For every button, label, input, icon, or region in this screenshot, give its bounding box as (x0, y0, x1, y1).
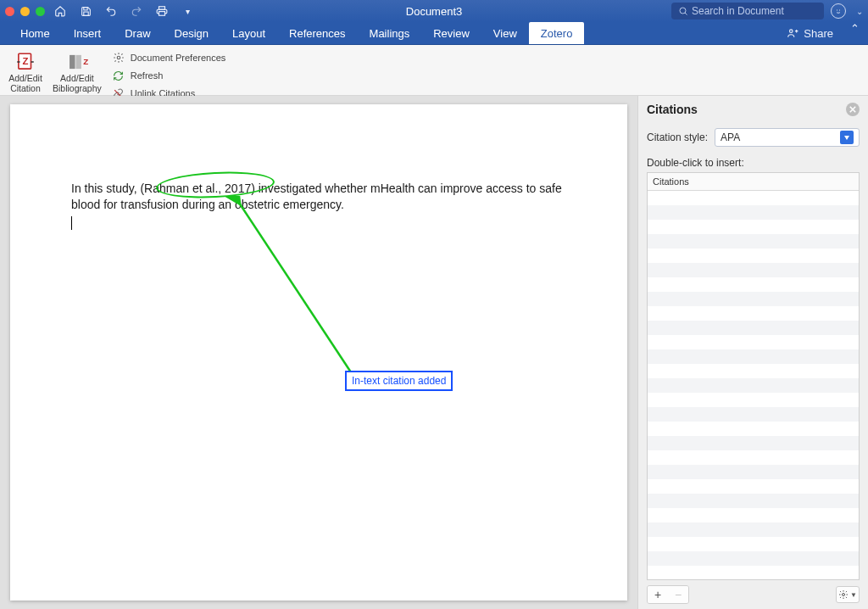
list-item[interactable] (648, 522, 859, 537)
zotero-ribbon: Z Add/Edit Citation Z Add/Edit Bibliogra… (0, 45, 868, 96)
redo-icon[interactable] (130, 4, 143, 18)
close-window-button[interactable] (5, 7, 14, 16)
save-icon[interactable] (79, 4, 92, 18)
text-cursor (71, 216, 566, 230)
list-item[interactable] (648, 321, 859, 335)
citations-list[interactable]: Citations (647, 172, 860, 580)
add-citation-button[interactable]: + (648, 586, 668, 603)
list-item[interactable] (648, 378, 859, 393)
svg-point-5 (837, 10, 837, 11)
minimize-window-button[interactable] (20, 7, 30, 16)
tab-home[interactable]: Home (8, 22, 62, 44)
refresh-icon (112, 69, 125, 82)
list-item[interactable] (648, 335, 859, 349)
svg-line-14 (239, 203, 358, 383)
chevron-down-icon: ▼ (850, 591, 857, 599)
list-header: Citations (648, 173, 859, 191)
tab-insert[interactable]: Insert (62, 22, 114, 44)
tab-review[interactable]: Review (421, 22, 481, 44)
close-icon (849, 106, 856, 113)
add-edit-bibliography-label: Add/Edit Bibliography (53, 74, 102, 93)
list-item[interactable] (648, 436, 859, 450)
list-item[interactable] (648, 349, 859, 364)
list-item[interactable] (648, 191, 859, 205)
citation-style-label: Citation style: (647, 131, 708, 143)
list-item[interactable] (648, 508, 859, 522)
ribbon-secondary-group: Document Preferences Refresh Unlink Cita… (108, 48, 230, 101)
list-item[interactable] (648, 393, 859, 407)
share-label: Share (804, 27, 833, 40)
paragraph[interactable]: In this study, (Rahman et al., 2017) inv… (71, 181, 566, 213)
refresh-button[interactable]: Refresh (108, 68, 230, 83)
print-icon[interactable] (155, 4, 169, 18)
refresh-label: Refresh (131, 70, 164, 81)
tab-references[interactable]: References (277, 22, 357, 44)
svg-point-15 (843, 594, 845, 596)
citation-style-select[interactable]: APA (715, 128, 860, 147)
svg-text:Z: Z (83, 57, 88, 66)
panel-close-button[interactable] (846, 103, 860, 116)
tab-draw[interactable]: Draw (113, 22, 162, 44)
svg-rect-0 (83, 7, 86, 9)
tab-layout[interactable]: Layout (220, 22, 277, 44)
search-placeholder: Search in Document (692, 5, 784, 17)
search-input[interactable]: Search in Document (671, 3, 824, 20)
citation-field[interactable]: (Rahman et al., 2017) (140, 182, 254, 195)
gear-icon (838, 589, 849, 600)
zoom-window-button[interactable] (36, 7, 45, 16)
citation-style-value: APA (721, 131, 740, 143)
svg-rect-11 (75, 55, 81, 69)
list-item[interactable] (648, 450, 859, 465)
main-area: In this study, (Rahman et al., 2017) inv… (0, 96, 868, 609)
home-icon[interactable] (53, 4, 67, 18)
window-controls (5, 7, 45, 16)
tab-design[interactable]: Design (163, 22, 220, 44)
svg-rect-1 (83, 12, 87, 15)
tab-zotero[interactable]: Zotero (529, 22, 585, 44)
svg-rect-10 (70, 55, 75, 69)
svg-point-7 (790, 30, 793, 33)
list-item[interactable] (648, 277, 859, 292)
share-button[interactable]: Share (778, 22, 842, 44)
list-item[interactable] (648, 220, 859, 234)
search-icon (678, 6, 688, 16)
chevron-down-icon[interactable]: ⌄ (856, 7, 863, 16)
add-edit-citation-button[interactable]: Z Add/Edit Citation (5, 48, 46, 95)
document-canvas[interactable]: In this study, (Rahman et al., 2017) inv… (0, 96, 637, 609)
list-item[interactable] (648, 494, 859, 508)
list-item[interactable] (648, 407, 859, 422)
list-item[interactable] (648, 479, 859, 494)
feedback-smiley-icon[interactable] (831, 3, 846, 19)
ribbon-tabs: Home Insert Draw Design Layout Reference… (0, 22, 868, 45)
tab-view[interactable]: View (481, 22, 529, 44)
bibliography-icon: Z (66, 50, 88, 74)
share-icon (787, 27, 798, 39)
add-edit-bibliography-button[interactable]: Z Add/Edit Bibliography (49, 48, 105, 95)
document-preferences-label: Document Preferences (131, 53, 226, 63)
list-item[interactable] (648, 551, 859, 566)
panel-settings-button[interactable]: ▼ (836, 586, 860, 603)
document-preferences-button[interactable]: Document Preferences (108, 50, 230, 65)
svg-point-4 (680, 8, 686, 14)
remove-citation-button[interactable]: − (668, 586, 688, 603)
list-item[interactable] (648, 205, 859, 220)
customize-toolbar-icon[interactable]: ▾ (181, 4, 194, 18)
collapse-ribbon-icon[interactable]: ⌃ (842, 22, 868, 44)
svg-point-6 (839, 10, 840, 11)
titlebar: ▾ Document3 Search in Document ⌄ (0, 0, 868, 22)
list-item[interactable] (648, 292, 859, 306)
list-item[interactable] (648, 306, 859, 321)
undo-icon[interactable] (104, 4, 118, 18)
list-item[interactable] (648, 234, 859, 249)
list-item[interactable] (648, 263, 859, 277)
list-item[interactable] (648, 249, 859, 263)
list-item[interactable] (648, 364, 859, 378)
tab-mailings[interactable]: Mailings (358, 22, 422, 44)
page: In this study, (Rahman et al., 2017) inv… (10, 104, 627, 601)
list-item[interactable] (648, 537, 859, 551)
insert-hint: Double-click to insert: (647, 157, 860, 169)
list-item[interactable] (648, 422, 859, 436)
gear-icon (112, 51, 125, 64)
list-item[interactable] (648, 465, 859, 479)
panel-title: Citations (647, 103, 698, 116)
